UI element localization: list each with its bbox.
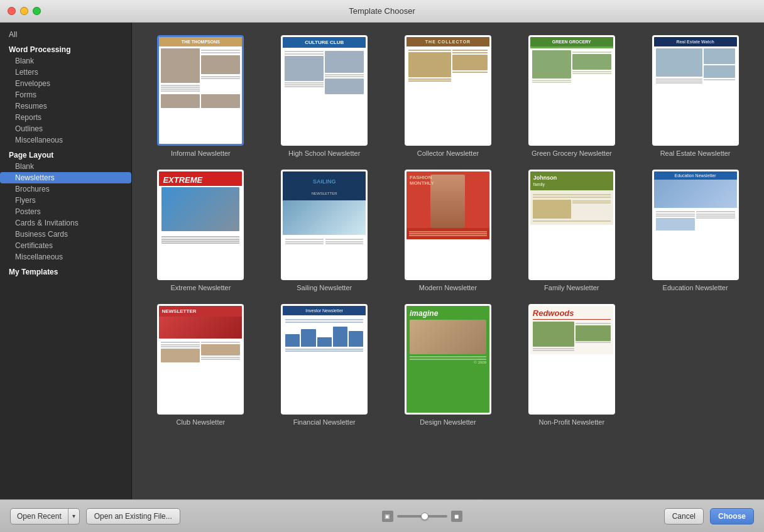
zoom-out-icon[interactable]: ▣ — [382, 511, 393, 522]
zoom-control: ▣ ◼ — [382, 511, 462, 522]
open-recent-dropdown[interactable]: Open Recent ▾ — [10, 508, 80, 524]
sidebar-item-blank-pl[interactable]: Blank — [0, 161, 131, 172]
template-thumb-club: NEWSLETTER — [157, 304, 244, 415]
cancel-button[interactable]: Cancel — [664, 508, 704, 524]
template-item-modern[interactable]: FASHIONMONTHLY Modern Newsletter — [390, 170, 507, 291]
template-item-education[interactable]: Education Newsletter Education Newslette… — [636, 170, 754, 291]
main-content: AllWord ProcessingBlankLettersEnvelopesF… — [0, 23, 764, 499]
template-label-sailing: Sailing Newsletter — [297, 284, 352, 291]
template-label-highschool: High School Newsletter — [288, 149, 360, 157]
footer: Open Recent ▾ Open an Existing File... ▣… — [0, 499, 764, 532]
window-title: Template Chooser — [349, 6, 415, 16]
template-item-realestate[interactable]: Real Estate Watch Real Estate Newsletter — [636, 35, 754, 157]
sidebar-item-cards-invitations[interactable]: Cards & Invitations — [0, 217, 131, 229]
template-thumb-realestate: Real Estate Watch — [652, 35, 739, 146]
template-label-club: Club Newsletter — [177, 418, 226, 426]
template-thumb-education: Education Newsletter — [652, 170, 739, 280]
zoom-slider[interactable] — [397, 515, 447, 518]
template-item-financial[interactable]: Investor Newsletter Financial Newsletter — [266, 304, 383, 426]
sidebar-item-letters[interactable]: Letters — [0, 67, 131, 78]
template-label-collector: Collector Newsletter — [417, 149, 479, 157]
open-recent-label[interactable]: Open Recent — [11, 509, 68, 524]
template-label-nonprofit: Non-Profit Newsletter — [539, 418, 605, 426]
sidebar-item-all[interactable]: All — [0, 29, 131, 40]
template-thumb-highschool: CULTURE CLUB — [281, 35, 368, 146]
template-thumb-informal: THE THOMPSONS — [157, 35, 244, 146]
sidebar-item-flyers[interactable]: Flyers — [0, 195, 131, 206]
template-item-grocery[interactable]: GREEN GROCERY Green Grocery Newsletter — [513, 35, 630, 157]
maximize-button[interactable] — [33, 7, 41, 15]
open-recent-arrow-icon[interactable]: ▾ — [68, 509, 79, 524]
template-label-education: Education Newsletter — [663, 284, 728, 291]
template-thumb-modern: FASHIONMONTHLY — [405, 170, 491, 280]
sidebar-item-word-processing[interactable]: Word Processing — [0, 44, 131, 55]
template-label-extreme: Extreme Newsletter — [170, 284, 231, 291]
template-label-design: Design Newsletter — [420, 418, 476, 426]
sidebar-item-newsletters[interactable]: Newsletters — [0, 172, 131, 183]
template-thumb-family: Johnsonfamily — [528, 170, 615, 280]
template-label-family: Family Newsletter — [544, 284, 599, 291]
template-thumb-design: imagine © 2009 — [405, 304, 491, 415]
sidebar-item-reports[interactable]: Reports — [0, 112, 131, 123]
template-item-collector[interactable]: THE COLLECTOR Collector Newsletter — [390, 35, 507, 157]
template-item-design[interactable]: imagine © 2009 Design Newsletter — [390, 304, 507, 426]
template-item-nonprofit[interactable]: Redwoods Non-Profit Newsletter — [513, 304, 630, 426]
sidebar-item-certificates[interactable]: Certificates — [0, 240, 131, 251]
template-grid-area: THE THOMPSONS — [132, 23, 764, 499]
template-label-grocery: Green Grocery Newsletter — [532, 149, 612, 157]
template-label-informal: Informal Newsletter — [171, 149, 231, 157]
template-thumb-extreme: EXTREME — [157, 170, 244, 280]
sidebar-item-envelopes[interactable]: Envelopes — [0, 78, 131, 89]
zoom-thumb[interactable] — [421, 513, 428, 520]
template-grid: THE THOMPSONS — [142, 35, 754, 426]
open-existing-button[interactable]: Open an Existing File... — [86, 508, 180, 524]
template-item-sailing[interactable]: SAILING NEWSLETTER Sailing Newsletter — [266, 170, 383, 291]
sidebar-item-misc-wp[interactable]: Miscellaneous — [0, 134, 131, 146]
template-label-financial: Financial Newsletter — [293, 418, 356, 426]
template-item-club[interactable]: NEWSLETTER Club Newsletter — [142, 304, 259, 426]
sidebar-item-forms[interactable]: Forms — [0, 89, 131, 100]
choose-button[interactable]: Choose — [710, 508, 754, 524]
close-button[interactable] — [8, 7, 16, 15]
zoom-in-icon[interactable]: ◼ — [451, 511, 462, 522]
template-thumb-sailing: SAILING NEWSLETTER — [281, 170, 368, 280]
template-item-informal[interactable]: THE THOMPSONS — [142, 35, 259, 157]
template-thumb-financial: Investor Newsletter — [281, 304, 368, 415]
template-item-family[interactable]: Johnsonfamily Family Newsletter — [513, 170, 630, 291]
sidebar-item-resumes[interactable]: Resumes — [0, 100, 131, 112]
sidebar-item-blank-wp[interactable]: Blank — [0, 55, 131, 67]
template-thumb-nonprofit: Redwoods — [528, 304, 615, 415]
sidebar-item-posters[interactable]: Posters — [0, 206, 131, 217]
title-bar: Template Chooser — [0, 0, 764, 23]
template-label-realestate: Real Estate Newsletter — [660, 149, 731, 157]
sidebar-item-my-templates[interactable]: My Templates — [0, 266, 131, 278]
sidebar-item-page-layout[interactable]: Page Layout — [0, 149, 131, 161]
template-item-highschool[interactable]: CULTURE CLUB High School Newsletter — [266, 35, 383, 157]
sidebar-item-misc-pl[interactable]: Miscellaneous — [0, 251, 131, 263]
window-controls[interactable] — [8, 7, 41, 15]
sidebar: AllWord ProcessingBlankLettersEnvelopesF… — [0, 23, 132, 499]
template-thumb-collector: THE COLLECTOR — [405, 35, 491, 146]
sidebar-item-business-cards[interactable]: Business Cards — [0, 229, 131, 240]
template-thumb-grocery: GREEN GROCERY — [528, 35, 615, 146]
minimize-button[interactable] — [20, 7, 28, 15]
sidebar-item-outlines[interactable]: Outlines — [0, 123, 131, 134]
template-label-modern: Modern Newsletter — [419, 284, 477, 291]
sidebar-item-brochures[interactable]: Brochures — [0, 183, 131, 195]
template-item-extreme[interactable]: EXTREME Extreme Newsletter — [142, 170, 259, 291]
